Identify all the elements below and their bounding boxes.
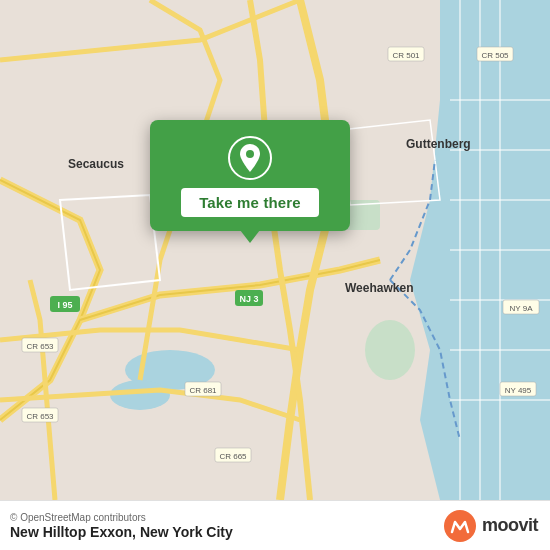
location-pin-icon xyxy=(228,136,272,180)
bottom-bar: © OpenStreetMap contributors New Hilltop… xyxy=(0,500,550,550)
popup-card: Take me there xyxy=(150,120,350,231)
svg-text:NY 495: NY 495 xyxy=(505,386,532,395)
svg-text:NY 9A: NY 9A xyxy=(510,304,534,313)
svg-text:NJ 3: NJ 3 xyxy=(239,294,258,304)
svg-text:Guttenberg: Guttenberg xyxy=(406,137,471,151)
svg-text:CR 501: CR 501 xyxy=(392,51,420,60)
svg-point-4 xyxy=(365,320,415,380)
svg-text:CR 653: CR 653 xyxy=(26,412,54,421)
svg-text:I 95: I 95 xyxy=(57,300,72,310)
svg-text:CR 653: CR 653 xyxy=(26,342,54,351)
svg-text:CR 665: CR 665 xyxy=(219,452,247,461)
moovit-brand-text: moovit xyxy=(482,515,538,536)
svg-text:Weehawken: Weehawken xyxy=(345,281,413,295)
take-me-there-button[interactable]: Take me there xyxy=(181,188,319,217)
svg-text:CR 505: CR 505 xyxy=(481,51,509,60)
moovit-icon xyxy=(444,510,476,542)
svg-point-40 xyxy=(246,150,254,158)
location-title: New Hilltop Exxon, New York City xyxy=(10,524,233,540)
map-container[interactable]: I 95 NJ 3 CR 653 CR 653 CR 681 CR 665 CR… xyxy=(0,0,550,500)
svg-text:Secaucus: Secaucus xyxy=(68,157,124,171)
svg-point-41 xyxy=(444,510,476,542)
moovit-logo: moovit xyxy=(444,510,538,542)
svg-text:CR 681: CR 681 xyxy=(189,386,217,395)
osm-attribution: © OpenStreetMap contributors xyxy=(10,512,233,523)
bottom-bar-info: © OpenStreetMap contributors New Hilltop… xyxy=(10,512,233,540)
